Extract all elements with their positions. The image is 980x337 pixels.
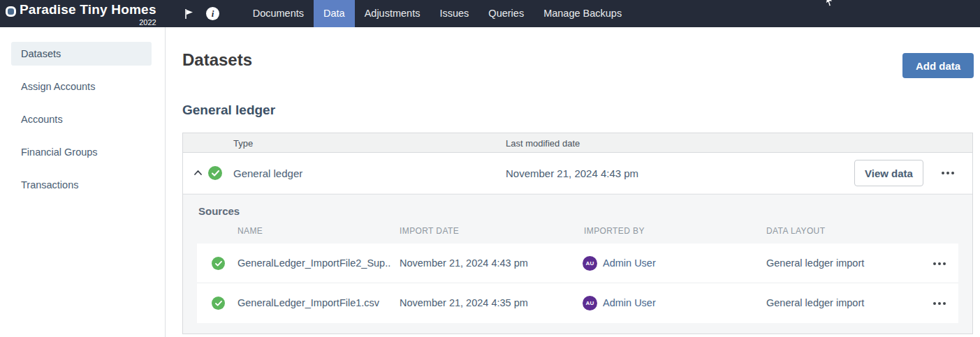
- dataset-type: General ledger: [233, 167, 302, 179]
- engagement-year: 2022: [139, 18, 156, 27]
- app-logo-icon: [6, 6, 16, 17]
- info-icon[interactable]: i: [201, 0, 225, 27]
- main-content: Datasets Add data General ledger Type La…: [166, 27, 980, 337]
- sources-title: Sources: [198, 205, 240, 217]
- column-header-import-date: IMPORT DATE: [400, 226, 459, 236]
- mouse-cursor: [825, 0, 835, 10]
- sources-rows: GeneralLedger_ImportFile2_Sup... Novembe…: [197, 244, 958, 323]
- top-navbar: Paradise Tiny Homes 2022 i Documents Dat…: [0, 0, 980, 27]
- source-file-name: GeneralLedger_ImportFile1.csv: [237, 297, 379, 308]
- source-import-date: November 21, 2024 4:35 pm: [400, 297, 528, 308]
- sidebar-item-financial-groups[interactable]: Financial Groups: [11, 140, 152, 164]
- source-row: GeneralLedger_ImportFile2_Sup... Novembe…: [197, 244, 958, 283]
- sources-table-header: NAME IMPORT DATE IMPORTED BY DATA LAYOUT: [183, 226, 972, 240]
- avatar: AU: [583, 256, 597, 271]
- sidebar-item-accounts[interactable]: Accounts: [11, 107, 152, 131]
- collapse-chevron-icon[interactable]: [193, 167, 203, 181]
- engagement-title: Paradise Tiny Homes: [20, 1, 156, 18]
- sidebar-item-datasets[interactable]: Datasets: [11, 42, 152, 66]
- avatar: AU: [583, 296, 597, 310]
- column-header-last-modified: Last modified date: [506, 138, 580, 149]
- sidebar-item-transactions[interactable]: Transactions: [11, 173, 152, 197]
- dataset-table: Type Last modified date General ledger N…: [182, 133, 973, 334]
- source-file-name: GeneralLedger_ImportFile2_Sup...: [237, 257, 391, 269]
- nav-item-adjustments[interactable]: Adjustments: [355, 0, 430, 27]
- imported-by-link[interactable]: Admin User: [603, 257, 656, 269]
- source-more-menu-icon[interactable]: [933, 262, 946, 265]
- source-data-layout: General ledger import: [766, 297, 864, 308]
- view-data-button[interactable]: View data: [854, 160, 923, 186]
- sidebar-item-assign-accounts[interactable]: Assign Accounts: [11, 75, 152, 98]
- nav-item-manage-backups[interactable]: Manage Backups: [534, 0, 631, 27]
- nav-item-documents[interactable]: Documents: [243, 0, 314, 27]
- dataset-row-general-ledger: General ledger November 21, 2024 4:43 pm…: [183, 153, 972, 193]
- column-header-name: NAME: [237, 226, 263, 236]
- dataset-more-menu-icon[interactable]: [942, 172, 954, 174]
- source-import-date: November 21, 2024 4:43 pm: [400, 257, 528, 269]
- add-data-button[interactable]: Add data: [902, 53, 974, 78]
- nav-item-issues[interactable]: Issues: [430, 0, 478, 27]
- status-check-icon: [212, 257, 225, 270]
- column-header-data-layout: DATA LAYOUT: [766, 226, 825, 236]
- flag-icon[interactable]: [177, 0, 201, 27]
- main-nav: Documents Data Adjustments Issues Querie…: [243, 0, 632, 27]
- nav-item-data[interactable]: Data: [314, 0, 355, 27]
- imported-by-link[interactable]: Admin User: [603, 297, 656, 308]
- source-more-menu-icon[interactable]: [933, 302, 946, 305]
- dataset-table-header: Type Last modified date: [183, 133, 972, 153]
- column-header-imported-by: IMPORTED BY: [584, 226, 645, 236]
- sources-panel: Sources NAME IMPORT DATE IMPORTED BY DAT…: [183, 194, 972, 334]
- status-check-icon: [208, 166, 222, 180]
- column-header-type: Type: [233, 138, 253, 149]
- source-row: GeneralLedger_ImportFile1.csv November 2…: [197, 283, 958, 323]
- nav-item-queries[interactable]: Queries: [478, 0, 534, 27]
- data-sidebar: Datasets Assign Accounts Accounts Financ…: [0, 27, 166, 337]
- source-data-layout: General ledger import: [766, 257, 864, 269]
- app-brand[interactable]: Paradise Tiny Homes 2022: [0, 1, 156, 27]
- section-title-general-ledger: General ledger: [182, 103, 275, 118]
- page-title: Datasets: [182, 50, 252, 70]
- status-check-icon: [212, 297, 225, 310]
- dataset-last-modified: November 21, 2024 4:43 pm: [506, 167, 638, 179]
